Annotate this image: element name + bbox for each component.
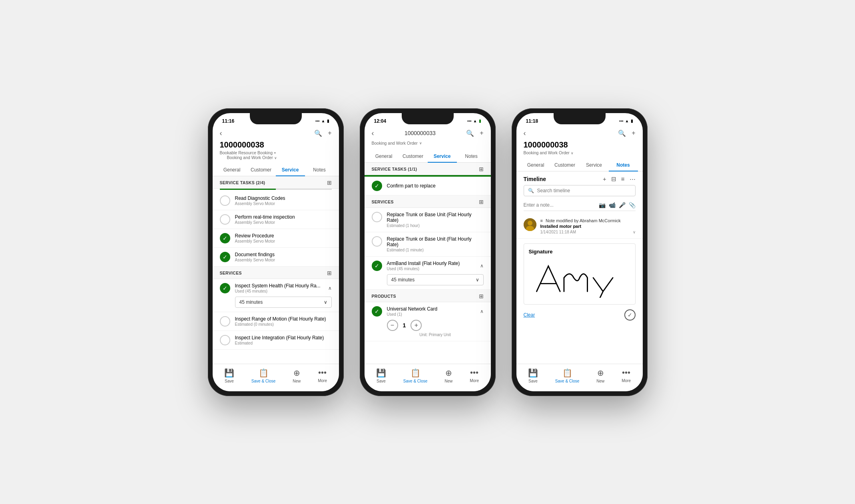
back-button-1[interactable]: ‹ [220,129,222,137]
search-timeline-box[interactable]: 🔍 [524,185,636,196]
grid-icon-products-2[interactable]: ⊞ [479,293,484,299]
tab-service-2[interactable]: Service [428,150,457,162]
task-checkbox-2[interactable] [220,214,230,225]
save-close-button-1[interactable]: 📋 Save & Close [251,368,276,383]
tab-customer-1[interactable]: Customer [247,164,276,176]
tab-general-1[interactable]: General [217,164,247,176]
tab-notes-1[interactable]: Notes [305,164,334,176]
task-item-1[interactable]: Read Diagnostic Codes Assembly Servo Mot… [213,191,339,210]
tab-notes-3[interactable]: Notes [609,159,638,171]
product-checkbox-p2-1[interactable]: ✓ [372,306,382,317]
new-button-3[interactable]: ⊕ New [596,368,604,383]
note-input-box[interactable]: 📷 📹 🎤 📎 [524,199,636,211]
task-checkbox-p2-1[interactable]: ✓ [372,181,382,191]
attach-icon[interactable]: 📎 [629,202,636,208]
dropdown-p2-3[interactable]: 45 minutes ∨ [387,274,484,285]
note-input[interactable] [524,202,596,208]
service-item-2[interactable]: Inspect Range of Motion (Flat Hourly Rat… [213,312,339,331]
more-button-2[interactable]: ••• More [470,368,479,383]
service-checkbox-2[interactable] [220,316,230,327]
phone-2: 12:04 ▪▪▪ ▲ ▮ ‹ 1000000033 🔍 + Booking a… [360,108,496,396]
product-item-p2-1[interactable]: ✓ Universal Network Card Used (1) ∧ − 1 … [365,302,491,341]
expand-icon-product[interactable]: ∧ [480,309,484,314]
new-button-1[interactable]: ⊕ New [293,368,301,383]
expand-icon-1[interactable]: ∧ [328,285,332,291]
tab-general-2[interactable]: General [369,150,399,162]
service-item-1[interactable]: ✓ Inspect System Health (Flat Hourly Ra.… [213,279,339,312]
qty-minus-btn[interactable]: − [387,320,398,331]
service-item-3[interactable]: Inspect Line Integration (Flat Hourly Ra… [213,331,339,350]
search-icon-2[interactable]: 🔍 [466,129,474,137]
camera-icon[interactable]: 📷 [599,202,606,208]
phone-1: 11:16 ▪▪▪ ▲ ▮ ‹ 🔍 + 1000000038 Booka [208,108,344,396]
note-expand-icon[interactable]: ∨ [633,230,636,234]
tab-general-3[interactable]: General [521,159,550,171]
dropdown-1[interactable]: 45 minutes ∨ [235,297,332,308]
chevron-icon-1: ∨ [274,156,277,160]
service-item-p2-3[interactable]: ✓ ArmBand Install (Flat Hourly Rate) Use… [365,257,491,290]
grid-icon-services-2[interactable]: ⊞ [479,199,484,205]
signature-area[interactable]: Signature [524,243,636,305]
save-button-3[interactable]: 💾 Save [528,368,538,383]
header-actions-1: 🔍 + [314,129,331,137]
mic-icon[interactable]: 🎤 [619,202,626,208]
new-button-2[interactable]: ⊕ New [444,368,452,383]
grid-icon-2[interactable]: ⊞ [479,166,484,172]
timeline-list-icon[interactable]: ≡ [621,175,625,183]
add-icon-3[interactable]: + [632,129,635,137]
search-icon-1[interactable]: 🔍 [314,129,322,137]
service-checkbox-3[interactable] [220,335,230,345]
save-button-2[interactable]: 💾 Save [376,368,386,383]
save-icon-3: 💾 [528,368,538,378]
timeline-more-icon[interactable]: ⋯ [630,175,636,183]
task-item-p2-1[interactable]: ✓ Confirm part to replace [365,177,491,195]
header-actions-2: 🔍 + [466,129,483,137]
timeline-add-icon[interactable]: + [603,175,606,183]
confirm-signature-button[interactable]: ✓ [624,309,636,321]
add-icon-1[interactable]: + [328,129,331,137]
back-button-2[interactable]: ‹ [372,129,374,137]
task-item-3[interactable]: ✓ Review Procedure Assembly Servo Motor [213,229,339,248]
service-checkbox-p2-2[interactable] [372,236,382,247]
qty-plus-btn[interactable]: + [411,320,422,331]
task-checkbox-3[interactable]: ✓ [220,233,230,243]
tab-customer-3[interactable]: Customer [550,159,580,171]
save-close-button-2[interactable]: 📋 Save & Close [403,368,428,383]
product-info-p2-1: Universal Network Card Used (1) [387,306,475,317]
more-button-1[interactable]: ••• More [318,368,327,383]
task-checkbox-1[interactable] [220,195,230,206]
back-button-3[interactable]: ‹ [524,129,526,137]
phone-3: 11:18 ▪▪▪ ▲ ▮ ‹ 🔍 + 1000000038 Booking a… [512,108,648,396]
service-info-3: Inspect Line Integration (Flat Hourly Ra… [235,335,332,345]
tab-customer-2[interactable]: Customer [399,150,428,162]
add-icon-2[interactable]: + [480,129,483,137]
service-checkbox-1[interactable]: ✓ [220,283,230,293]
save-close-button-3[interactable]: 📋 Save & Close [555,368,580,383]
service-checkbox-p2-1[interactable] [372,212,382,222]
service-item-p2-1[interactable]: Replace Trunk or Base Unit (Flat Hourly … [365,208,491,232]
more-button-3[interactable]: ••• More [622,368,631,383]
search-icon-3[interactable]: 🔍 [618,129,626,137]
task-item-2[interactable]: Perform real-time inspection Assembly Se… [213,210,339,229]
grid-icon-services-1[interactable]: ⊞ [327,270,332,276]
grid-icon-1[interactable]: ⊞ [327,179,332,186]
task-checkbox-4[interactable]: ✓ [220,252,230,262]
save-button-1[interactable]: 💾 Save [224,368,234,383]
expand-icon-p2-3[interactable]: ∧ [480,263,484,269]
wo-number-1: 1000000038 [220,140,332,149]
service-item-p2-2[interactable]: Replace Trunk or Base Unit (Flat Hourly … [365,232,491,257]
tab-service-3[interactable]: Service [580,159,609,171]
save-icon-2: 💾 [376,368,386,378]
service-info-1: Inspect System Health (Flat Hourly Ra...… [235,283,323,293]
task-item-4[interactable]: ✓ Document findings Assembly Servo Motor [213,248,339,267]
tab-service-1[interactable]: Service [276,164,305,176]
timeline-filter-icon[interactable]: ⊟ [611,175,616,183]
clear-button[interactable]: Clear [524,312,535,318]
video-icon[interactable]: 📹 [609,202,616,208]
tab-notes-2[interactable]: Notes [457,150,486,162]
note-item-1: ≡ Note modified by Abraham McCormick Ins… [516,214,643,239]
section-service-tasks-2: SERVICE TASKS (1/1) ⊞ [365,163,491,175]
service-checkbox-p2-3[interactable]: ✓ [372,261,382,271]
section-services-2: SERVICES ⊞ [365,195,491,208]
search-timeline-input[interactable] [537,188,631,193]
